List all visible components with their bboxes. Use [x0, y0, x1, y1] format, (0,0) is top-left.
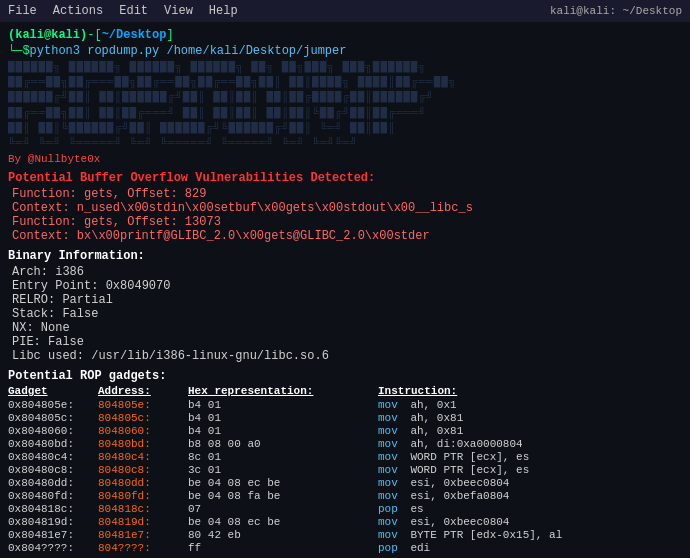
- rop-table-row: 0x80480bd: 80480bd: b8 08 00 a0 mov ah, …: [8, 438, 682, 450]
- instr-op: mov: [378, 399, 398, 411]
- instr-op: mov: [378, 490, 398, 502]
- binary-info-item: Stack: False: [12, 307, 682, 321]
- rop-hex: 3c 01: [188, 464, 378, 476]
- instr-args: BYTE PTR [edx-0x15], al: [410, 529, 562, 541]
- prompt-dollar-sign: $: [22, 44, 29, 58]
- prompt-tilde: -[: [87, 28, 101, 42]
- instr-args: ah, 0x81: [410, 412, 463, 424]
- rop-address: 8048060:: [98, 425, 188, 437]
- rop-address: 80480fd:: [98, 490, 188, 502]
- instr-args: edi: [410, 542, 430, 554]
- rop-instruction: mov esi, 0xbefa0804: [378, 490, 682, 502]
- rop-instruction: mov ah, 0x81: [378, 412, 682, 424]
- rop-gadget: 0x80480c4:: [8, 451, 98, 463]
- instr-op: mov: [378, 529, 398, 541]
- col-hex-header: Hex representation:: [188, 385, 378, 397]
- instr-op: mov: [378, 412, 398, 424]
- rop-instruction: pop edi: [378, 542, 682, 554]
- prompt-user: (kali@kali): [8, 28, 87, 42]
- rop-gadget: 0x804818c:: [8, 503, 98, 515]
- rop-hex: be 04 08 fa be: [188, 490, 378, 502]
- instr-args: WORD PTR [ecx], es: [410, 464, 529, 476]
- ascii-art-block: ██████╗ ██████╗ ██████╗ ██████╗ ██╗ ██╗█…: [8, 61, 682, 150]
- rop-gadget: 0x80481e7:: [8, 529, 98, 541]
- instr-args: es: [410, 503, 423, 515]
- rop-address: 80480c8:: [98, 464, 188, 476]
- vuln-header: Potential Buffer Overflow Vulnerabilitie…: [8, 171, 682, 185]
- ascii-line-1: ██████╗ ██████╗ ██████╗ ██████╗ ██╗ ██╗█…: [8, 61, 682, 74]
- col-gadget-header: Gadget: [8, 385, 98, 397]
- menu-view[interactable]: View: [164, 4, 193, 18]
- binary-info-item: RELRO: Partial: [12, 293, 682, 307]
- binary-info-item: Entry Point: 0x8049070: [12, 279, 682, 293]
- instr-op: mov: [378, 438, 398, 450]
- rop-table-row: 0x80480c4: 80480c4: 8c 01 mov WORD PTR […: [8, 451, 682, 463]
- rop-table-row: 0x804????: 804????: ff pop edi: [8, 542, 682, 554]
- binary-info-item: Libc used: /usr/lib/i386-linux-gnu/libc.…: [12, 349, 682, 363]
- rop-hex: be 04 08 ec be: [188, 516, 378, 528]
- rop-address: 804818c:: [98, 503, 188, 515]
- rop-table-row: 0x80480fd: 80480fd: be 04 08 fa be mov e…: [8, 490, 682, 502]
- rop-rows: 0x804805e: 804805e: b4 01 mov ah, 0x1 0x…: [8, 399, 682, 554]
- menu-actions[interactable]: Actions: [53, 4, 103, 18]
- prompt-dollar: └─: [8, 44, 22, 58]
- vuln-item-0: Function: gets, Offset: 829: [12, 187, 682, 201]
- rop-table-row: 0x80481e7: 80481e7: 80 42 eb mov BYTE PT…: [8, 529, 682, 541]
- menu-file[interactable]: File: [8, 4, 37, 18]
- rop-gadget: 0x80480c8:: [8, 464, 98, 476]
- instr-op: mov: [378, 451, 398, 463]
- rop-address: 804819d:: [98, 516, 188, 528]
- menu-help[interactable]: Help: [209, 4, 238, 18]
- menu-bar: File Actions Edit View Help: [8, 4, 238, 18]
- vuln-item-2: Function: gets, Offset: 13073: [12, 215, 682, 229]
- rop-instruction: mov WORD PTR [ecx], es: [378, 464, 682, 476]
- rop-instruction: mov ah, 0x81: [378, 425, 682, 437]
- rop-hex: 80 42 eb: [188, 529, 378, 541]
- binary-header: Binary Information:: [8, 249, 682, 263]
- rop-gadget: 0x804805c:: [8, 412, 98, 424]
- prompt-bracket-close: ]: [166, 28, 173, 42]
- rop-gadget: 0x804805e:: [8, 399, 98, 411]
- menu-edit[interactable]: Edit: [119, 4, 148, 18]
- rop-instruction: mov ah, di:0xa0000804: [378, 438, 682, 450]
- vuln-section: Potential Buffer Overflow Vulnerabilitie…: [8, 171, 682, 243]
- command-python: python3 ropdump.py /home/kali/Desktop/ju…: [30, 44, 347, 58]
- user-info: kali@kali: ~/Desktop: [550, 5, 682, 17]
- rop-hex: b8 08 00 a0: [188, 438, 378, 450]
- instr-args: WORD PTR [ecx], es: [410, 451, 529, 463]
- binary-info: Arch: i386Entry Point: 0x8049070RELRO: P…: [8, 265, 682, 363]
- ascii-line-6: ╚═╝ ╚═╝ ╚═════╝ ╚═╝ ╚═════╝ ╚═════╝ ╚═╝ …: [8, 137, 682, 150]
- binary-section: Binary Information: Arch: i386Entry Poin…: [8, 249, 682, 363]
- rop-gadget: 0x80480fd:: [8, 490, 98, 502]
- rop-address: 804805e:: [98, 399, 188, 411]
- binary-info-item: Arch: i386: [12, 265, 682, 279]
- rop-instruction: mov esi, 0xbeec0804: [378, 477, 682, 489]
- rop-table-row: 0x80480c8: 80480c8: 3c 01 mov WORD PTR […: [8, 464, 682, 476]
- col-instr-header: Instruction:: [378, 385, 682, 397]
- rop-address: 80480bd:: [98, 438, 188, 450]
- rop-table-row: 0x804818c: 804818c: 07 pop es: [8, 503, 682, 515]
- rop-table-row: 0x804805e: 804805e: b4 01 mov ah, 0x1: [8, 399, 682, 411]
- instr-op: pop: [378, 503, 398, 515]
- rop-instruction: mov ah, 0x1: [378, 399, 682, 411]
- rop-gadget: 0x8048060:: [8, 425, 98, 437]
- terminal-body: (kali@kali) -[ ~/Desktop ] └─ $ python3 …: [0, 22, 690, 558]
- prompt-path: ~/Desktop: [102, 28, 167, 42]
- rop-hex: b4 01: [188, 399, 378, 411]
- rop-hex: 8c 01: [188, 451, 378, 463]
- instr-op: mov: [378, 516, 398, 528]
- rop-address: 80480c4:: [98, 451, 188, 463]
- terminal-window: File Actions Edit View Help kali@kali: ~…: [0, 0, 690, 558]
- rop-hex: ff: [188, 542, 378, 554]
- rop-hex: b4 01: [188, 412, 378, 424]
- instr-args: esi, 0xbeec0804: [410, 516, 509, 528]
- rop-instruction: pop es: [378, 503, 682, 515]
- title-bar: File Actions Edit View Help kali@kali: ~…: [0, 0, 690, 22]
- instr-args: ah, 0x81: [410, 425, 463, 437]
- rop-gadget: 0x80480dd:: [8, 477, 98, 489]
- rop-table-row: 0x8048060: 8048060: b4 01 mov ah, 0x81: [8, 425, 682, 437]
- rop-table-row: 0x804805c: 804805c: b4 01 mov ah, 0x81: [8, 412, 682, 424]
- ascii-line-3: ██████╔╝██║ ██║██████╔╝██║ ██║██║ ██║██╔…: [8, 91, 682, 104]
- binary-info-item: PIE: False: [12, 335, 682, 349]
- vuln-item-1: Context: n_used\x00stdin\x00setbuf\x00ge…: [12, 201, 682, 215]
